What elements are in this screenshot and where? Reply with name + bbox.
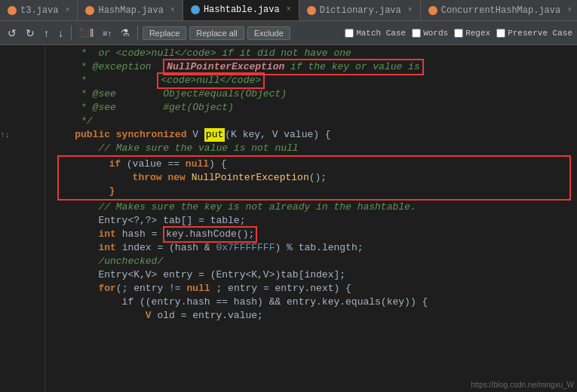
toggle1-button[interactable]: ⬛ǁ	[76, 26, 97, 39]
code-line: /unchecked/	[51, 255, 571, 268]
tab-hashmap[interactable]: HashMap.java ×	[78, 0, 183, 20]
tab-close3[interactable]: ×	[287, 5, 291, 14]
preserve-case-checkbox[interactable]	[496, 29, 505, 38]
tab-dictionary[interactable]: Dictionary.java ×	[299, 0, 421, 20]
replace-all-button[interactable]: Replace all	[189, 26, 244, 40]
code-line: if ((entry.hash == hash) && entry.key.eq…	[51, 296, 571, 309]
code-line: int index = (hash & 0x7FFFFFFF ) % tab.l…	[51, 241, 571, 255]
code-line: Entry<K,V> entry = (Entry<K,V>)tab[index…	[51, 268, 571, 282]
sep1	[71, 26, 72, 41]
tab-label: HashMap.java	[98, 5, 163, 16]
redo-button[interactable]: ↻	[23, 26, 38, 41]
tab-close[interactable]: ×	[65, 6, 69, 14]
code-line: */	[51, 115, 571, 128]
tab-icon-orange3	[307, 6, 316, 15]
toolbar-right: Match Case Words Regex Preserve Case	[345, 29, 572, 38]
code-line: }	[62, 185, 566, 198]
code-line: public synchronized V put (K key, V valu…	[51, 128, 571, 142]
code-line: * @see Object#equals(Object)	[51, 87, 571, 101]
code-line: Entry<?,?> tab[] = table;	[51, 214, 571, 228]
down-button[interactable]: ↓	[55, 26, 66, 41]
replace-button[interactable]: Replace	[143, 26, 186, 40]
code-line: * @see #get(Object)	[51, 101, 571, 115]
code-line: // Make sure the value is not null	[51, 142, 571, 155]
tab-close4[interactable]: ×	[408, 6, 413, 14]
code-line: for (; entry != null ; entry = entry.nex…	[51, 282, 571, 296]
tab-icon-orange2	[85, 6, 94, 15]
undo-button[interactable]: ↺	[5, 26, 20, 41]
tab-icon-blue	[191, 5, 200, 14]
watermark: https://blog.csdn.ne/mingxu_W	[471, 381, 574, 389]
toolbar-row1: ↺ ↻ ↑ ↓ ⬛ǁ ≡↑ ⚗ Replace Replace all Excl…	[0, 21, 577, 45]
code-line: // Makes sure the key is not already in …	[51, 201, 571, 214]
up-button[interactable]: ↑	[41, 26, 52, 41]
tab-label: t3.java	[20, 5, 58, 16]
filter-button[interactable]: ⚗	[118, 26, 133, 40]
regex-label[interactable]: Regex	[454, 29, 490, 38]
gutter: ↑↓	[0, 45, 15, 392]
match-case-label[interactable]: Match Case	[345, 29, 406, 38]
tab-label-active: Hashtable.java	[204, 5, 280, 15]
code-line: * @exception NullPointerException if the…	[51, 60, 571, 74]
tab-label: ConcurrentHashMap.java	[441, 5, 560, 16]
code-line: throw new NullPointerException ();	[62, 171, 566, 185]
tab-close5[interactable]: ×	[567, 6, 572, 14]
tab-icon-orange4	[428, 6, 437, 15]
preserve-case-label[interactable]: Preserve Case	[496, 29, 572, 38]
tab-hashtable[interactable]: Hashtable.java ×	[183, 0, 299, 20]
hashcode-highlight: key.hashCode();	[163, 226, 257, 243]
put-highlight: put	[204, 128, 225, 142]
tab-label: Dictionary.java	[320, 5, 401, 16]
code-area: ↑↓	[0, 45, 577, 392]
words-checkbox[interactable]	[412, 29, 421, 38]
code-line: if (value == null ) {	[62, 158, 566, 171]
tab-close2[interactable]: ×	[170, 6, 175, 14]
toggle2-button[interactable]: ≡↑	[100, 27, 115, 39]
line-numbers	[15, 45, 45, 392]
code-line: * <code>null</code>	[51, 74, 571, 87]
tab-t3-java[interactable]: t3.java ×	[0, 0, 78, 20]
tab-bar: t3.java × HashMap.java × Hashtable.java …	[0, 0, 577, 21]
exclude-button[interactable]: Exclude	[247, 26, 290, 40]
tab-icon-orange	[8, 6, 17, 15]
code-line: int hash = key.hashCode();	[51, 228, 571, 241]
red-block: if (value == null ) { throw new NullPoin…	[57, 155, 571, 201]
tab-concurrenthashmap[interactable]: ConcurrentHashMap.java ×	[421, 0, 577, 20]
sep2	[137, 26, 138, 41]
match-case-checkbox[interactable]	[345, 29, 354, 38]
regex-checkbox[interactable]	[454, 29, 463, 38]
code-line: V old = entry.value;	[51, 309, 571, 323]
words-label[interactable]: Words	[412, 29, 448, 38]
code-content: * or <code>null</code> if it did not hav…	[45, 45, 577, 392]
